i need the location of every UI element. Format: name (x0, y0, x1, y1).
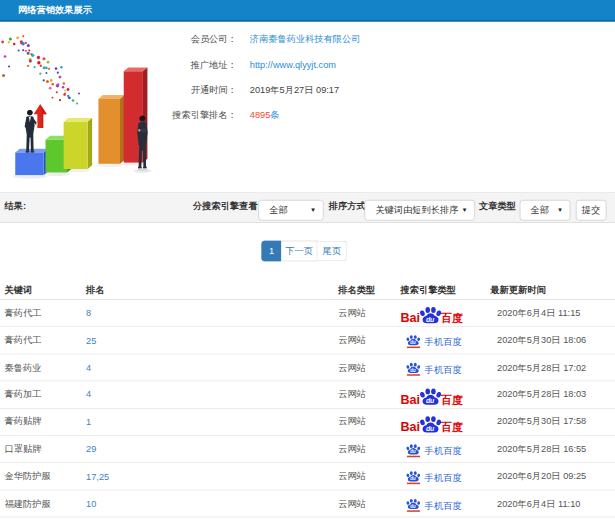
svg-text:du: du (410, 477, 416, 482)
svg-text:百度: 百度 (440, 421, 463, 433)
svg-text:Bai: Bai (401, 393, 421, 406)
svg-text:Bai: Bai (401, 420, 421, 433)
svg-text:du: du (410, 368, 416, 373)
svg-text:手机百度: 手机百度 (424, 445, 461, 456)
svg-text:du: du (426, 316, 435, 323)
svg-text:du: du (410, 504, 416, 509)
svg-text:百度: 百度 (440, 312, 463, 324)
svg-text:手机百度: 手机百度 (424, 364, 461, 375)
svg-text:百度: 百度 (440, 394, 463, 406)
svg-text:du: du (410, 341, 416, 346)
svg-text:du: du (426, 397, 435, 404)
svg-text:Bai: Bai (401, 311, 421, 324)
svg-text:手机百度: 手机百度 (424, 500, 461, 511)
svg-text:手机百度: 手机百度 (424, 337, 461, 348)
svg-text:du: du (426, 425, 435, 432)
svg-text:du: du (410, 449, 416, 454)
svg-text:手机百度: 手机百度 (424, 473, 461, 484)
